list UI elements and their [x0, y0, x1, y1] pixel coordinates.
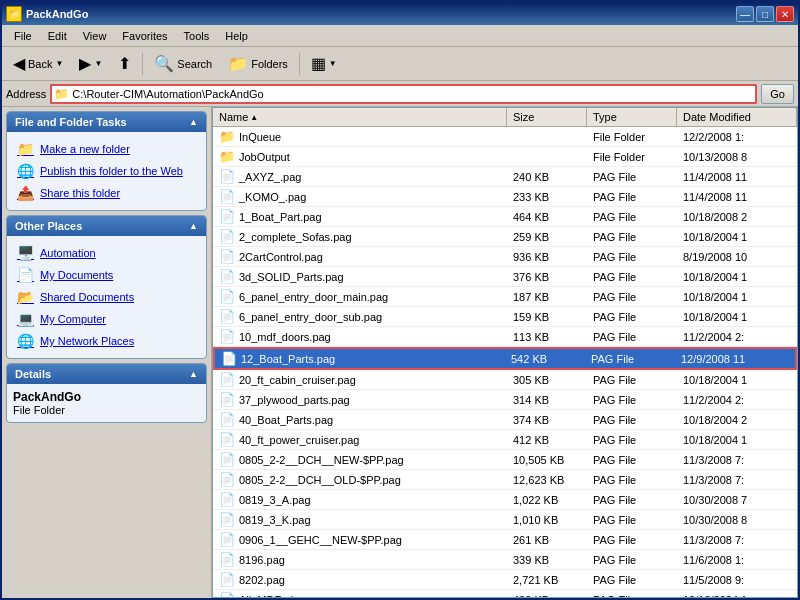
other-places-panel: Other Places ▲ 🖥️ Automation 📄 My Docume… — [6, 215, 207, 359]
file-cell-name: 📄 All_MDF_doors.pag — [213, 590, 507, 598]
menu-help[interactable]: Help — [217, 28, 256, 44]
table-row[interactable]: 📄 All_MDF_doors.pag 408 KB PAG File 10/1… — [213, 590, 797, 598]
table-row[interactable]: 📄 10_mdf_doors.pag 113 KB PAG File 11/2/… — [213, 327, 797, 347]
file-cell-type: PAG File — [587, 450, 677, 469]
header-size[interactable]: Size — [507, 108, 587, 126]
details-header[interactable]: Details ▲ — [7, 364, 206, 384]
file-cell-name: 📄 6_panel_entry_door_main.pag — [213, 287, 507, 306]
file-cell-name: 📄 0805_2-2__DCH__OLD-$PP.pag — [213, 470, 507, 489]
file-cell-type: PAG File — [587, 390, 677, 409]
file-list-container[interactable]: Name ▲ Size Type Date Modified 📁 InQueue… — [212, 107, 798, 598]
file-cell-size: 12,623 KB — [507, 470, 587, 489]
folder-icon: 📁 — [219, 129, 235, 144]
forward-button[interactable]: ▶ ▼ — [72, 51, 109, 77]
address-go-button[interactable]: Go — [761, 84, 794, 104]
separator-2 — [299, 53, 300, 75]
table-row[interactable]: 📄 0805_2-2__DCH__NEW-$PP.pag 10,505 KB P… — [213, 450, 797, 470]
file-cell-name: 📄 40_ft_power_cruiser.pag — [213, 430, 507, 449]
table-row[interactable]: 📄 40_ft_power_cruiser.pag 412 KB PAG Fil… — [213, 430, 797, 450]
left-panel: File and Folder Tasks ▲ 📁 Make a new fol… — [2, 107, 212, 598]
table-row[interactable]: 📄 8196.pag 339 KB PAG File 11/6/2008 1: — [213, 550, 797, 570]
shared-documents-item[interactable]: 📂 Shared Documents — [13, 286, 200, 308]
search-button[interactable]: 🔍 Search — [147, 51, 219, 77]
close-button[interactable]: ✕ — [776, 6, 794, 22]
table-row[interactable]: 📄 1_Boat_Part.pag 464 KB PAG File 10/18/… — [213, 207, 797, 227]
table-row[interactable]: 📄 2_complete_Sofas.pag 259 KB PAG File 1… — [213, 227, 797, 247]
file-icon: 📄 — [219, 249, 235, 264]
table-row[interactable]: 📄 37_plywood_parts.pag 314 KB PAG File 1… — [213, 390, 797, 410]
file-cell-name: 📄 _KOMO_.pag — [213, 187, 507, 206]
menu-file[interactable]: File — [6, 28, 40, 44]
other-places-header[interactable]: Other Places ▲ — [7, 216, 206, 236]
header-date[interactable]: Date Modified — [677, 108, 797, 126]
table-row[interactable]: 📄 3d_SOLID_Parts.pag 376 KB PAG File 10/… — [213, 267, 797, 287]
folders-button[interactable]: 📁 Folders — [221, 51, 295, 77]
file-icon: 📄 — [219, 269, 235, 284]
table-row[interactable]: 📁 JobOutput File Folder 10/13/2008 8 — [213, 147, 797, 167]
folder-icon: 📁 — [219, 149, 235, 164]
file-folder-tasks-body: 📁 Make a new folder 🌐 Publish this folde… — [7, 132, 206, 210]
toolbar: ◀ Back ▼ ▶ ▼ ⬆ 🔍 Search 📁 Folders ▦ ▼ — [2, 47, 798, 81]
table-row[interactable]: 📄 6_panel_entry_door_sub.pag 159 KB PAG … — [213, 307, 797, 327]
file-cell-name: 📄 0819_3_K.pag — [213, 510, 507, 529]
table-row[interactable]: 📄 40_Boat_Parts.pag 374 KB PAG File 10/1… — [213, 410, 797, 430]
table-row[interactable]: 📁 InQueue File Folder 12/2/2008 1: — [213, 127, 797, 147]
my-network-places-item[interactable]: 🌐 My Network Places — [13, 330, 200, 352]
file-icon: 📄 — [219, 592, 235, 598]
network-places-icon: 🌐 — [17, 333, 34, 349]
file-cell-date: 10/18/2004 1 — [677, 590, 797, 598]
make-new-folder-item[interactable]: 📁 Make a new folder — [13, 138, 200, 160]
back-label: Back — [28, 58, 52, 70]
menu-view[interactable]: View — [75, 28, 115, 44]
menu-edit[interactable]: Edit — [40, 28, 75, 44]
file-cell-size: 10,505 KB — [507, 450, 587, 469]
file-cell-type: PAG File — [587, 307, 677, 326]
file-cell-size: 259 KB — [507, 227, 587, 246]
file-icon: 📄 — [219, 392, 235, 407]
views-button[interactable]: ▦ ▼ — [304, 51, 344, 77]
automation-icon: 🖥️ — [17, 245, 34, 261]
my-computer-item[interactable]: 💻 My Computer — [13, 308, 200, 330]
header-type[interactable]: Type — [587, 108, 677, 126]
address-input[interactable] — [72, 88, 753, 100]
menu-favorites[interactable]: Favorites — [114, 28, 175, 44]
up-button[interactable]: ⬆ — [111, 51, 138, 77]
publish-icon: 🌐 — [17, 163, 34, 179]
table-row[interactable]: 📄 0906_1__GEHC__NEW-$PP.pag 261 KB PAG F… — [213, 530, 797, 550]
file-cell-name: 📄 0906_1__GEHC__NEW-$PP.pag — [213, 530, 507, 549]
publish-folder-item[interactable]: 🌐 Publish this folder to the Web — [13, 160, 200, 182]
table-row[interactable]: 📄 6_panel_entry_door_main.pag 187 KB PAG… — [213, 287, 797, 307]
file-icon: 📄 — [219, 492, 235, 507]
views-icon: ▦ — [311, 54, 326, 73]
my-documents-item[interactable]: 📄 My Documents — [13, 264, 200, 286]
table-row[interactable]: 📄 20_ft_cabin_cruiser.pag 305 KB PAG Fil… — [213, 370, 797, 390]
my-computer-label: My Computer — [40, 313, 106, 325]
back-button[interactable]: ◀ Back ▼ — [6, 51, 70, 77]
shared-documents-icon: 📂 — [17, 289, 34, 305]
header-name[interactable]: Name ▲ — [213, 108, 507, 126]
file-cell-name: 📄 37_plywood_parts.pag — [213, 390, 507, 409]
table-row[interactable]: 📄 12_Boat_Parts.pag 542 KB PAG File 12/9… — [213, 347, 797, 370]
file-cell-size: 1,010 KB — [507, 510, 587, 529]
table-row[interactable]: 📄 2CartControl.pag 936 KB PAG File 8/19/… — [213, 247, 797, 267]
file-cell-date: 10/18/2004 2 — [677, 410, 797, 429]
file-folder-tasks-header[interactable]: File and Folder Tasks ▲ — [7, 112, 206, 132]
file-cell-size: 376 KB — [507, 267, 587, 286]
file-cell-name: 📄 1_Boat_Part.pag — [213, 207, 507, 226]
file-cell-date: 8/19/2008 10 — [677, 247, 797, 266]
file-cell-type: PAG File — [587, 370, 677, 389]
details-body: PackAndGo File Folder — [7, 384, 206, 422]
table-row[interactable]: 📄 _KOMO_.pag 233 KB PAG File 11/4/2008 1… — [213, 187, 797, 207]
table-row[interactable]: 📄 _AXYZ_.pag 240 KB PAG File 11/4/2008 1… — [213, 167, 797, 187]
automation-item[interactable]: 🖥️ Automation — [13, 242, 200, 264]
table-row[interactable]: 📄 0819_3_K.pag 1,010 KB PAG File 10/30/2… — [213, 510, 797, 530]
file-icon: 📄 — [219, 189, 235, 204]
menu-tools[interactable]: Tools — [176, 28, 218, 44]
share-folder-item[interactable]: 📤 Share this folder — [13, 182, 200, 204]
maximize-button[interactable]: □ — [756, 6, 774, 22]
table-row[interactable]: 📄 0805_2-2__DCH__OLD-$PP.pag 12,623 KB P… — [213, 470, 797, 490]
table-row[interactable]: 📄 0819_3_A.pag 1,022 KB PAG File 10/30/2… — [213, 490, 797, 510]
table-row[interactable]: 📄 8202.pag 2,721 KB PAG File 11/5/2008 9… — [213, 570, 797, 590]
minimize-button[interactable]: — — [736, 6, 754, 22]
file-cell-date: 12/2/2008 1: — [677, 127, 797, 146]
